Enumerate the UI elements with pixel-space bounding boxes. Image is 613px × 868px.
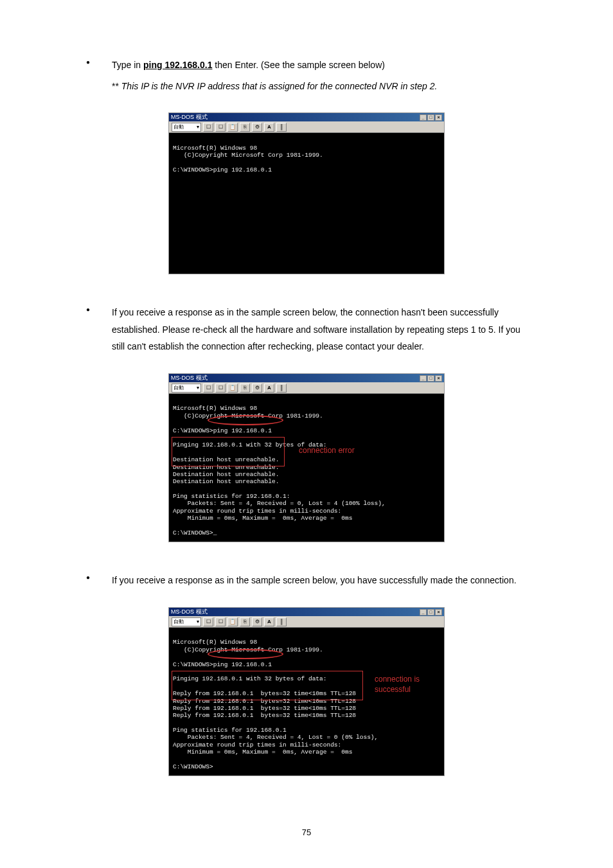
page-number: 75 <box>84 828 529 837</box>
minimize-button[interactable]: _ <box>420 609 427 616</box>
toolbar-button[interactable]: ║ <box>276 617 287 626</box>
dos-title: MS-DOS 模式 <box>171 374 208 382</box>
dos-window: MS-DOS 模式 _ □ × 自動▾ ☐ ☐ 📋 ⎘ ⚙ A ║ Micros… <box>168 607 445 776</box>
dos-toolbar: 自動▾ ☐ ☐ 📋 ⎘ ⚙ A ║ <box>169 616 444 628</box>
bullet-item: ● If you receive a response as in the sa… <box>84 304 529 355</box>
bullet-dot: ● <box>84 304 112 355</box>
screenshot-3: MS-DOS 模式 _ □ × 自動▾ ☐ ☐ 📋 ⎘ ⚙ A ║ Micros… <box>84 607 529 776</box>
text-prefix: Type in <box>112 60 143 70</box>
annotation-success-1: connection is <box>375 675 420 684</box>
toolbar-button[interactable]: ☐ <box>215 384 226 393</box>
maximize-button[interactable]: □ <box>427 609 434 616</box>
toolbar-button[interactable]: ☐ <box>203 384 213 393</box>
toolbar-button[interactable]: 📋 <box>227 384 238 393</box>
dos-toolbar: 自動▾ ☐ ☐ 📋 ⎘ ⚙ A ║ <box>169 382 444 394</box>
bullet-text: Type in ping 192.168.0.1 then Enter. (Se… <box>112 57 529 74</box>
minimize-button[interactable]: _ <box>420 114 427 121</box>
minimize-button[interactable]: _ <box>420 375 427 382</box>
screenshot-2: MS-DOS 模式 _ □ × 自動▾ ☐ ☐ 📋 ⎘ ⚙ A ║ Micros… <box>84 373 529 542</box>
ping-command: ping 192.168.0.1 <box>143 60 212 70</box>
note-prefix: ** <box>112 81 121 91</box>
bullet-item: ● If you receive a response as in the sa… <box>84 572 529 589</box>
note-text: This IP is the NVR IP address that is as… <box>121 81 438 91</box>
dos-toolbar: 自動▾ ☐ ☐ 📋 ⎘ ⚙ A ║ <box>169 121 444 133</box>
toolbar-button[interactable]: ║ <box>276 384 287 393</box>
dos-terminal-body: Microsoft(R) Windows 98 (C)Copyright Mic… <box>169 133 444 274</box>
toolbar-button[interactable]: A <box>264 384 274 393</box>
maximize-button[interactable]: □ <box>427 375 434 382</box>
sub-note: ** This IP is the NVR IP address that is… <box>112 78 529 95</box>
screenshot-1: MS-DOS 模式 _ □ × 自動▾ ☐ ☐ 📋 ⎘ ⚙ A ║ Micros… <box>84 112 529 274</box>
bullet-item: ● Type in ping 192.168.0.1 then Enter. (… <box>84 57 529 74</box>
toolbar-button[interactable]: 📋 <box>227 123 238 132</box>
font-select[interactable]: 自動▾ <box>172 384 201 393</box>
toolbar-button[interactable]: ☐ <box>203 123 213 132</box>
window-controls: _ □ × <box>420 609 442 616</box>
dos-window: MS-DOS 模式 _ □ × 自動▾ ☐ ☐ 📋 ⎘ ⚙ A ║ Micros… <box>168 373 445 542</box>
toolbar-button[interactable]: ⎘ <box>240 123 250 132</box>
toolbar-button[interactable]: 📋 <box>227 617 238 626</box>
toolbar-button[interactable]: A <box>264 617 274 626</box>
dos-titlebar: MS-DOS 模式 _ □ × <box>169 113 444 121</box>
close-button[interactable]: × <box>435 609 442 616</box>
dos-terminal-body: Microsoft(R) Windows 98 (C)Copyright Mic… <box>169 394 444 542</box>
toolbar-button[interactable]: ⎘ <box>240 384 250 393</box>
toolbar-button[interactable]: ☐ <box>215 123 226 132</box>
annotation-error: connection error <box>299 446 355 455</box>
dos-titlebar: MS-DOS 模式 _ □ × <box>169 608 444 616</box>
maximize-button[interactable]: □ <box>427 114 434 121</box>
dos-terminal-body: Microsoft(R) Windows 98 (C)Copyright Mic… <box>169 628 444 775</box>
window-controls: _ □ × <box>420 375 442 382</box>
dos-window: MS-DOS 模式 _ □ × 自動▾ ☐ ☐ 📋 ⎘ ⚙ A ║ Micros… <box>168 112 445 274</box>
bullet-dot: ● <box>84 57 112 74</box>
toolbar-button[interactable]: ☐ <box>203 617 213 626</box>
bullet-text: If you receive a response as in the samp… <box>112 572 529 589</box>
bullet-dot: ● <box>84 572 112 589</box>
text-suffix: then Enter. (See the sample screen below… <box>212 60 384 70</box>
dos-title: MS-DOS 模式 <box>171 608 208 616</box>
toolbar-button[interactable]: ⚙ <box>252 123 262 132</box>
toolbar-button[interactable]: ⚙ <box>252 617 262 626</box>
font-select[interactable]: 自動▾ <box>172 123 201 132</box>
annotation-success-2: successful <box>375 685 411 694</box>
dos-title: MS-DOS 模式 <box>171 113 208 121</box>
toolbar-button[interactable]: ║ <box>276 123 287 132</box>
close-button[interactable]: × <box>435 114 442 121</box>
toolbar-button[interactable]: ⚙ <box>252 384 262 393</box>
font-select[interactable]: 自動▾ <box>172 617 201 626</box>
toolbar-button[interactable]: ⎘ <box>240 617 250 626</box>
toolbar-button[interactable]: ☐ <box>215 617 226 626</box>
dos-titlebar: MS-DOS 模式 _ □ × <box>169 374 444 382</box>
toolbar-button[interactable]: A <box>264 123 274 132</box>
bullet-text: If you receive a response as in the samp… <box>112 304 529 355</box>
window-controls: _ □ × <box>420 114 442 121</box>
close-button[interactable]: × <box>435 375 442 382</box>
